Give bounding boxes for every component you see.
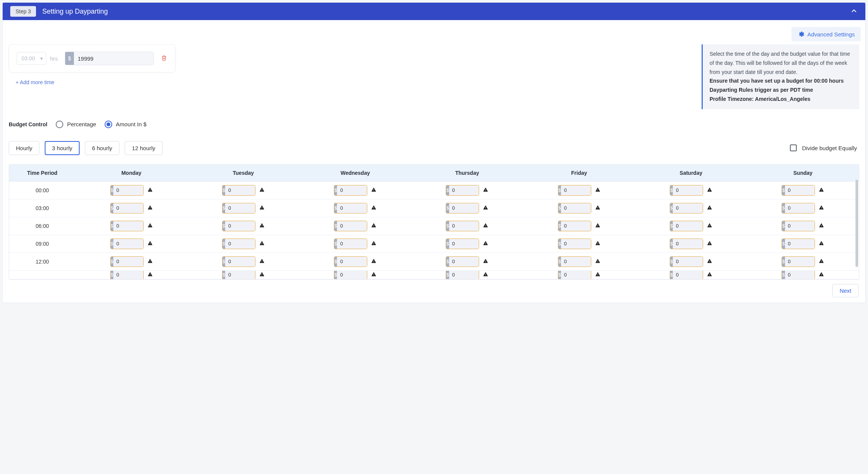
- budget-cell-field[interactable]: [337, 239, 367, 249]
- advanced-settings-button[interactable]: Advanced Settings: [791, 27, 861, 41]
- budget-cell-input[interactable]: $: [670, 185, 703, 196]
- budget-cell-field[interactable]: [113, 203, 144, 213]
- freq-hourly-button[interactable]: Hourly: [9, 141, 39, 155]
- budget-cell-field[interactable]: [113, 239, 144, 249]
- budget-cell-input[interactable]: $: [110, 221, 144, 231]
- budget-cell-field[interactable]: [561, 257, 591, 267]
- budget-cell-input[interactable]: $: [222, 256, 255, 267]
- budget-cell-field[interactable]: [225, 239, 255, 249]
- budget-cell-field[interactable]: [673, 271, 703, 279]
- budget-cell-field[interactable]: [785, 203, 815, 213]
- next-button[interactable]: Next: [832, 284, 859, 297]
- budget-cell-field[interactable]: [225, 257, 255, 267]
- budget-cell-input[interactable]: $: [446, 203, 479, 213]
- budget-cell-input[interactable]: $: [670, 203, 703, 213]
- budget-cell-input[interactable]: $: [446, 256, 479, 267]
- budget-cell-field[interactable]: [785, 221, 815, 231]
- budget-cell-input[interactable]: $: [670, 221, 703, 231]
- budget-cell-input[interactable]: $: [110, 271, 144, 279]
- budget-cell-input[interactable]: $: [782, 239, 815, 249]
- budget-cell-input[interactable]: $: [558, 239, 591, 249]
- grid-scrollbar[interactable]: [855, 180, 858, 267]
- budget-cell-input[interactable]: $: [222, 203, 255, 213]
- budget-cell-field[interactable]: [337, 257, 367, 267]
- budget-cell-field[interactable]: [113, 257, 144, 267]
- budget-cell-field[interactable]: [225, 203, 255, 213]
- budget-cell-input[interactable]: $: [558, 221, 591, 231]
- budget-cell-input[interactable]: $: [334, 203, 367, 213]
- budget-cell-input[interactable]: $: [782, 185, 815, 196]
- budget-cell-field[interactable]: [113, 185, 144, 195]
- freq-6hourly-button[interactable]: 6 hourly: [85, 141, 119, 155]
- budget-cell-input[interactable]: $: [782, 256, 815, 267]
- budget-cell-field[interactable]: [225, 271, 255, 279]
- budget-cell-field[interactable]: [449, 221, 479, 231]
- budget-cell-input[interactable]: $: [110, 256, 144, 267]
- budget-cell-input[interactable]: $: [334, 239, 367, 249]
- budget-cell-field[interactable]: [225, 185, 255, 195]
- budget-cell-field[interactable]: [673, 203, 703, 213]
- budget-cell-field[interactable]: [561, 203, 591, 213]
- budget-cell-field[interactable]: [113, 221, 144, 231]
- budget-cell-field[interactable]: [449, 185, 479, 195]
- budget-cell-input[interactable]: $: [334, 271, 367, 279]
- budget-cell-field[interactable]: [113, 271, 144, 279]
- budget-cell-field[interactable]: [337, 203, 367, 213]
- budget-cell-input[interactable]: $: [334, 221, 367, 231]
- budget-cell-input[interactable]: $: [222, 271, 255, 279]
- radio-percentage[interactable]: Percentage: [56, 121, 96, 128]
- budget-cell-input[interactable]: $: [670, 239, 703, 249]
- freq-12hourly-button[interactable]: 12 hourly: [125, 141, 163, 155]
- budget-cell-field[interactable]: [337, 185, 367, 195]
- budget-cell-field[interactable]: [785, 271, 815, 279]
- budget-cell-input[interactable]: $: [334, 185, 367, 196]
- collapse-toggle[interactable]: [850, 7, 858, 16]
- delete-time-slot-button[interactable]: [161, 54, 168, 63]
- radio-amount[interactable]: Amount In $: [105, 121, 147, 128]
- budget-cell-input[interactable]: $: [446, 239, 479, 249]
- budget-cell-input[interactable]: $: [222, 185, 255, 196]
- budget-cell-field[interactable]: [449, 257, 479, 267]
- budget-cell-field[interactable]: [337, 221, 367, 231]
- budget-cell-input[interactable]: $: [446, 185, 479, 196]
- budget-cell-field[interactable]: [673, 221, 703, 231]
- divide-equally-checkbox[interactable]: Divide budget Equally: [790, 144, 859, 151]
- budget-cell-field[interactable]: [337, 271, 367, 279]
- budget-cell-field[interactable]: [449, 271, 479, 279]
- budget-cell-input[interactable]: $: [222, 239, 255, 249]
- budget-cell-input[interactable]: $: [446, 221, 479, 231]
- budget-cell-input[interactable]: $: [558, 185, 591, 196]
- budget-cell-field[interactable]: [785, 185, 815, 195]
- budget-cell-input[interactable]: $: [670, 256, 703, 267]
- budget-cell-field[interactable]: [449, 203, 479, 213]
- budget-cell-input[interactable]: $: [782, 271, 815, 279]
- budget-amount-input[interactable]: $: [65, 52, 154, 65]
- budget-cell-field[interactable]: [785, 257, 815, 267]
- time-select[interactable]: 03:00 ▾: [17, 52, 46, 65]
- budget-cell-field[interactable]: [561, 239, 591, 249]
- add-more-time-link[interactable]: + Add more time: [9, 72, 175, 85]
- budget-cell-input[interactable]: $: [446, 271, 479, 279]
- budget-cell-field[interactable]: [561, 271, 591, 279]
- budget-cell-input[interactable]: $: [782, 221, 815, 231]
- budget-cell-field[interactable]: [673, 185, 703, 195]
- budget-amount-field[interactable]: [74, 52, 154, 65]
- budget-cell-input[interactable]: $: [558, 271, 591, 279]
- budget-cell-field[interactable]: [561, 221, 591, 231]
- budget-cell-input[interactable]: $: [782, 203, 815, 213]
- budget-cell-input[interactable]: $: [558, 256, 591, 267]
- freq-3hourly-button[interactable]: 3 hourly: [45, 141, 79, 155]
- budget-cell-input[interactable]: $: [110, 185, 144, 196]
- budget-cell-field[interactable]: [785, 239, 815, 249]
- budget-cell-input[interactable]: $: [670, 271, 703, 279]
- budget-cell-field[interactable]: [225, 221, 255, 231]
- budget-cell-input[interactable]: $: [110, 239, 144, 249]
- budget-cell-input[interactable]: $: [222, 221, 255, 231]
- budget-cell-field[interactable]: [673, 239, 703, 249]
- budget-cell-input[interactable]: $: [110, 203, 144, 213]
- budget-cell-field[interactable]: [561, 185, 591, 195]
- budget-cell-input[interactable]: $: [334, 256, 367, 267]
- budget-cell-input[interactable]: $: [558, 203, 591, 213]
- budget-cell-field[interactable]: [449, 239, 479, 249]
- budget-cell-field[interactable]: [673, 257, 703, 267]
